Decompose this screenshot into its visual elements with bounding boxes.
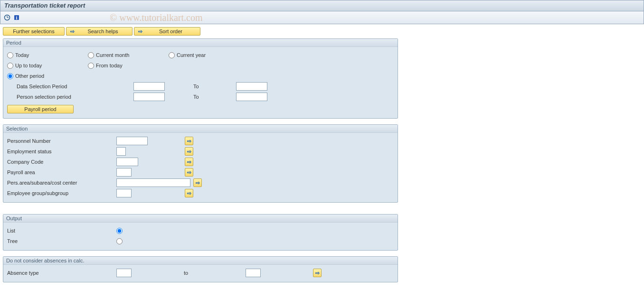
- title-bar: Transportation ticket report: [0, 0, 644, 11]
- radio-list[interactable]: [116, 228, 123, 234]
- person-selection-to-input[interactable]: [236, 93, 267, 101]
- label-pers-area: Pers.area/subarea/cost center: [7, 180, 116, 186]
- multi-select-company-button[interactable]: ⇨: [185, 158, 193, 166]
- label-employee-group: Employee group/subgroup: [7, 190, 116, 196]
- absences-group: Do not consider absences in calc. Absenc…: [3, 256, 398, 282]
- label-to-1: To: [165, 84, 236, 89]
- label-from-today: From today: [96, 63, 123, 68]
- selection-title: Selection: [3, 125, 398, 133]
- multi-select-absence-button[interactable]: ⇨: [313, 269, 322, 277]
- payroll-area-input[interactable]: [116, 168, 132, 177]
- radio-tree[interactable]: [116, 238, 123, 244]
- selection-buttons-row: Further selections ⇨Search helps ⇨Sort o…: [3, 27, 641, 36]
- label-list: List: [7, 228, 116, 234]
- arrow-right-icon: ⇨: [187, 137, 191, 145]
- payroll-period-button[interactable]: Payroll period: [7, 105, 74, 113]
- arrow-right-icon: ⇨: [70, 27, 75, 36]
- sort-order-button[interactable]: ⇨Sort order: [134, 27, 200, 36]
- label-today: Today: [15, 52, 29, 58]
- multi-select-employment-button[interactable]: ⇨: [185, 147, 193, 156]
- radio-current-year[interactable]: [169, 52, 175, 58]
- output-group: Output List Tree: [3, 214, 398, 251]
- selection-group: Selection Personnel Number ⇨ Employment …: [3, 124, 398, 203]
- watermark: © www.tutorialkart.com: [110, 11, 203, 24]
- info-icon[interactable]: i: [13, 14, 20, 21]
- pers-area-input[interactable]: [116, 178, 190, 187]
- employment-status-input[interactable]: [116, 147, 126, 156]
- label-current-year: Current year: [177, 52, 206, 58]
- absence-to-input[interactable]: [246, 269, 261, 277]
- label-absence-type: Absence type: [7, 270, 116, 276]
- arrow-right-icon: ⇨: [187, 147, 191, 156]
- multi-select-personnel-button[interactable]: ⇨: [185, 137, 193, 145]
- search-helps-button[interactable]: ⇨Search helps: [66, 27, 133, 36]
- label-data-selection: Data Selection Period: [7, 84, 133, 89]
- radio-up-to-today[interactable]: [7, 63, 13, 69]
- personnel-number-input[interactable]: [116, 137, 148, 145]
- arrow-right-icon: ⇨: [138, 27, 142, 36]
- execute-icon[interactable]: [3, 14, 11, 21]
- arrow-right-icon: ⇨: [187, 189, 191, 197]
- absences-title: Do not consider absences in calc.: [3, 257, 398, 265]
- radio-other-period[interactable]: [7, 73, 13, 79]
- output-title: Output: [3, 215, 398, 223]
- page-title: Transportation ticket report: [4, 2, 85, 9]
- period-group: Period Today Current month Current year …: [3, 38, 398, 119]
- content-area: Further selections ⇨Search helps ⇨Sort o…: [0, 24, 644, 299]
- radio-today[interactable]: [7, 52, 13, 58]
- data-selection-from-input[interactable]: [133, 82, 165, 91]
- multi-select-persarea-button[interactable]: ⇨: [193, 178, 202, 187]
- label-other-period: Other period: [15, 73, 44, 79]
- arrow-right-icon: ⇨: [315, 269, 320, 277]
- multi-select-payroll-button[interactable]: ⇨: [185, 168, 193, 177]
- data-selection-to-input[interactable]: [236, 82, 267, 91]
- absence-from-input[interactable]: [116, 269, 132, 277]
- label-tree: Tree: [7, 238, 116, 244]
- label-personnel-number: Personnel Number: [7, 138, 116, 144]
- app-toolbar: i © www.tutorialkart.com: [0, 11, 644, 24]
- label-current-month: Current month: [96, 52, 129, 58]
- radio-from-today[interactable]: [88, 63, 94, 69]
- label-company-code: Company Code: [7, 159, 116, 165]
- person-selection-from-input[interactable]: [133, 93, 165, 101]
- radio-current-month[interactable]: [88, 52, 94, 58]
- label-person-selection: Person selection period: [7, 94, 133, 100]
- arrow-right-icon: ⇨: [187, 168, 191, 177]
- arrow-right-icon: ⇨: [196, 178, 200, 187]
- label-absence-to: to: [132, 270, 246, 276]
- arrow-right-icon: ⇨: [187, 158, 191, 166]
- further-selections-button[interactable]: Further selections: [3, 27, 65, 36]
- employee-group-input[interactable]: [116, 189, 132, 197]
- label-payroll-area: Payroll area: [7, 169, 116, 175]
- svg-text:i: i: [16, 15, 18, 20]
- period-title: Period: [3, 39, 398, 47]
- label-up-to-today: Up to today: [15, 63, 42, 68]
- multi-select-empgroup-button[interactable]: ⇨: [185, 189, 193, 197]
- label-employment-status: Employment status: [7, 149, 116, 154]
- company-code-input[interactable]: [116, 158, 138, 166]
- label-to-2: To: [165, 94, 236, 100]
